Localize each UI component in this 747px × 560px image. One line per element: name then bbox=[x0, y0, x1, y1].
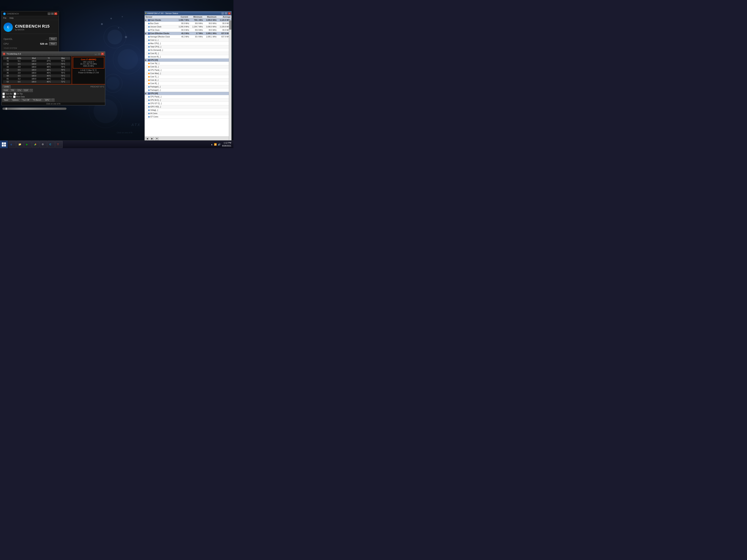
freq-display: 33.72 x 99.770 MHz bbox=[74, 63, 103, 65]
cpu-run-button[interactable]: Run bbox=[49, 42, 57, 45]
hw-expand-icon[interactable]: ▶ bbox=[145, 92, 148, 95]
tray-volume-icon[interactable]: 🔊 bbox=[218, 143, 221, 146]
ts-title-text: ThrottleStop 9.4 bbox=[6, 53, 93, 55]
hw-row-val-min: 35.4 MHz bbox=[190, 36, 204, 38]
svg-point-35 bbox=[148, 83, 150, 84]
fivr-button[interactable]: FIVR bbox=[2, 89, 9, 92]
cinebench-by: by MAXON bbox=[15, 29, 49, 31]
cinebench-menu-file[interactable]: File bbox=[3, 17, 6, 19]
ts-maximize[interactable]: □ bbox=[98, 53, 101, 55]
tpl-button[interactable]: TPL bbox=[10, 89, 16, 92]
ts-bench-button[interactable]: TS Bench bbox=[31, 99, 43, 102]
start-button[interactable] bbox=[0, 140, 8, 148]
ts-cell-c0: 2.0 bbox=[12, 72, 26, 75]
cinebench-titlebar[interactable]: C CINEBENCH _ □ ✕ bbox=[2, 11, 59, 16]
svg-point-29 bbox=[148, 63, 150, 64]
taskbar-folder[interactable]: 📁 bbox=[16, 141, 24, 148]
log-file-checkbox[interactable] bbox=[2, 96, 5, 98]
more-data-checkbox[interactable] bbox=[13, 96, 16, 98]
hw-close[interactable]: ✕ bbox=[228, 12, 231, 15]
cinebench-name: CINEBENCH bbox=[15, 24, 41, 29]
hw-row-icon bbox=[148, 56, 150, 58]
cinebench-window: C CINEBENCH _ □ ✕ File Help C CINEBENCH … bbox=[1, 11, 59, 57]
opengl-run-button[interactable]: Run bbox=[49, 37, 57, 41]
hw-row: Core R[...] bbox=[145, 82, 231, 85]
hw-row-name: Bus Clock bbox=[150, 22, 176, 24]
hw-expand-icon[interactable]: ▶ bbox=[145, 59, 148, 61]
svg-point-41 bbox=[148, 103, 150, 104]
tray-network-icon[interactable]: 📶 bbox=[214, 143, 217, 146]
gpu-button[interactable]: GPU bbox=[43, 99, 51, 102]
hw-nav-down[interactable]: ▼ bbox=[155, 137, 159, 140]
hw-expand-icon[interactable]: ▶ bbox=[145, 32, 148, 34]
hw-row-name: CPU [#0] bbox=[150, 92, 176, 95]
taskbar-windows-player[interactable]: ▶ bbox=[24, 141, 31, 148]
c7s-button[interactable]: C7s bbox=[16, 89, 22, 92]
hw-row-icon bbox=[148, 109, 150, 111]
taskbar-settings[interactable]: ⚙ bbox=[40, 141, 47, 148]
hw-row-icon bbox=[148, 79, 150, 81]
hw-minimize[interactable]: _ bbox=[222, 12, 224, 15]
gpu-extra-btn[interactable]: - bbox=[51, 99, 54, 102]
ts-titlebar[interactable]: T ThrottleStop 9.4 _ □ ✕ bbox=[2, 52, 105, 56]
hw-titlebar[interactable]: ℹ HWiNFO64 v7.XX - Sensor Status _ □ ✕ bbox=[145, 11, 231, 16]
cinebench-maximize[interactable]: □ bbox=[51, 12, 54, 15]
ts-cell-max: 72°C bbox=[56, 80, 70, 83]
options-button[interactable]: Options bbox=[10, 99, 20, 102]
taskbar-throttlestop[interactable]: T bbox=[55, 141, 62, 148]
bottom-temp1: 1.9 bbox=[80, 69, 83, 71]
tray-clock[interactable]: 1:12 PM 8/28/2021 bbox=[222, 141, 232, 147]
hw-row-name: Core Effective Clocks bbox=[150, 32, 176, 34]
task-bar-checkbox[interactable] bbox=[2, 92, 5, 95]
hw-row: Voltag[...] bbox=[145, 108, 231, 112]
hw-expand-icon[interactable]: ▶ bbox=[145, 19, 148, 21]
ts-cell-c0: 0.5 bbox=[12, 75, 26, 77]
taskbar-chrome[interactable] bbox=[32, 141, 39, 148]
ts-table-row: 69 0.5 100.0 46°C 75°C bbox=[3, 75, 70, 77]
throttlestop-window: T ThrottleStop 9.4 _ □ ✕ ID C0% Mod °C M… bbox=[1, 52, 105, 105]
hw-row-name: Package/[...] bbox=[150, 86, 176, 88]
clr-button[interactable]: CLR bbox=[23, 89, 29, 92]
ts-minimize[interactable]: _ bbox=[94, 53, 97, 55]
hw-row: GT Cores bbox=[145, 115, 231, 118]
tpl-slider[interactable] bbox=[2, 108, 67, 110]
svg-point-10 bbox=[110, 18, 112, 19]
taskbar-cinema4d[interactable]: C bbox=[47, 141, 55, 148]
tray-arrow-icon[interactable]: ▲ bbox=[211, 143, 213, 146]
tpl-slider-handle[interactable] bbox=[5, 108, 7, 110]
bottom-max-temp: 76 °C bbox=[92, 69, 97, 71]
limits-button[interactable]: Limits bbox=[2, 85, 10, 88]
svg-point-24 bbox=[148, 46, 150, 48]
hw-row-icon bbox=[148, 32, 150, 35]
hw-row-val-max: 2,695.1 MHz bbox=[204, 32, 217, 34]
turn-off-button[interactable]: Turn Off bbox=[21, 99, 31, 102]
cinebench-close[interactable]: ✕ bbox=[54, 12, 57, 15]
hw-scroll-thumb[interactable] bbox=[229, 20, 231, 30]
cinebench-menu-help[interactable]: Help bbox=[9, 17, 14, 19]
hw-maximize[interactable]: □ bbox=[225, 12, 227, 15]
ts-cell-max: 76°C bbox=[56, 65, 70, 69]
hw-row-name: Package/[...] bbox=[150, 89, 176, 91]
svg-text:A T X: A T X bbox=[131, 123, 140, 127]
log-file-label: Log File bbox=[2, 96, 12, 98]
ts-cell-id: 33 bbox=[3, 65, 12, 69]
taskbar-ie[interactable]: e bbox=[8, 141, 16, 148]
hw-row: Total CPU[...] bbox=[145, 45, 231, 49]
hw-scrollbar[interactable] bbox=[229, 20, 231, 140]
hw-row-val-cur: 99.9 MHz bbox=[176, 29, 190, 31]
ts-extra-btn[interactable]: - bbox=[30, 89, 33, 92]
hw-row-val-cur: 48.2 MHz bbox=[176, 32, 190, 34]
cinebench-title-text: CINEBENCH bbox=[7, 12, 47, 15]
ts-bottom-panel: Limits PROCHOT 97°C FIVR TPL C7s CLR - T… bbox=[2, 84, 105, 102]
hw-row-name: GT Cores bbox=[150, 116, 176, 118]
ts-close[interactable]: ✕ bbox=[101, 53, 104, 55]
hw-nav-right[interactable]: ▶ bbox=[150, 137, 154, 140]
ts-cell-mod: 100.0 bbox=[26, 75, 42, 77]
cinebench-minimize[interactable]: _ bbox=[48, 12, 51, 15]
svg-point-11 bbox=[118, 27, 119, 28]
ts-cell-mod: 100.0 bbox=[26, 62, 42, 65]
hw-nav-left[interactable]: ◀ bbox=[146, 137, 149, 140]
th-max: Max bbox=[56, 57, 70, 60]
on-top-checkbox[interactable] bbox=[14, 92, 16, 95]
save-button[interactable]: Save bbox=[2, 99, 10, 102]
